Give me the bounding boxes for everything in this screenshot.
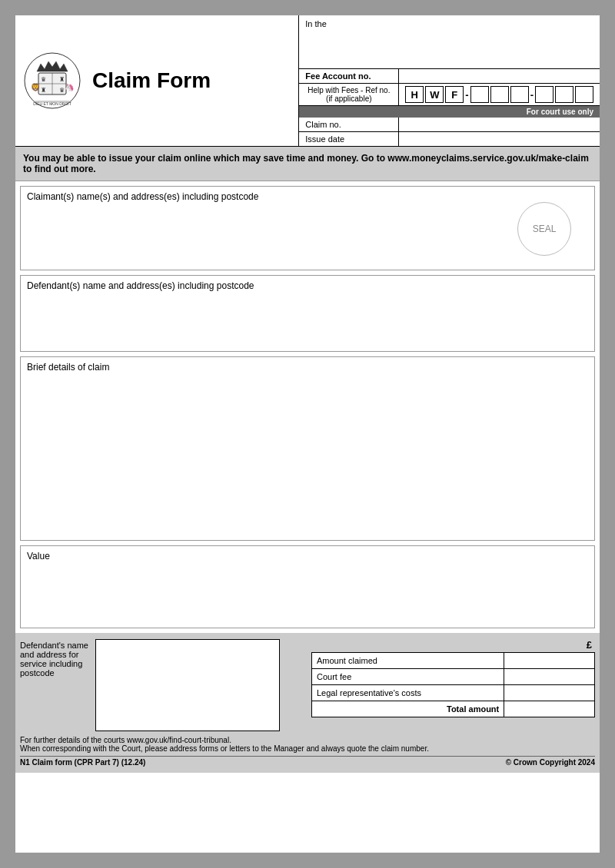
hwf-digit3 xyxy=(510,86,529,103)
legal-rep-row: Legal representative's costs xyxy=(312,685,595,701)
footer-note2: When corresponding with the Court, pleas… xyxy=(20,744,595,753)
brief-details-content[interactable] xyxy=(21,377,594,531)
hwf-w: W xyxy=(425,86,444,103)
copyright: © Crown Copyright 2024 xyxy=(506,758,595,767)
header-right: In the Fee Account no. Help with Fees - … xyxy=(299,15,600,146)
in-the-label: In the xyxy=(305,19,327,28)
hwf-digit1 xyxy=(470,86,489,103)
hwf-input-container: H W F - - xyxy=(405,86,593,103)
defendant-section: Defendant(s) name and address(es) includ… xyxy=(20,275,595,352)
footer-notes: For further details of the courts www.go… xyxy=(20,736,595,753)
amount-claimed-label: Amount claimed xyxy=(312,653,504,669)
value-content[interactable] xyxy=(21,566,594,628)
legal-rep-value[interactable] xyxy=(504,685,595,701)
court-fee-value[interactable] xyxy=(504,669,595,685)
claimant-label: Claimant(s) name(s) and address(es) incl… xyxy=(21,187,594,207)
brief-details-label: Brief details of claim xyxy=(21,357,594,377)
hwf-digit4 xyxy=(535,86,554,103)
issue-date-label: Issue date xyxy=(299,132,399,146)
claim-no-value xyxy=(399,118,600,131)
claim-no-row: Claim no. xyxy=(299,118,600,132)
defendant-label: Defendant(s) name and address(es) includ… xyxy=(21,276,594,296)
hwf-f: F xyxy=(445,86,464,103)
amount-claimed-value[interactable] xyxy=(504,653,595,669)
issue-date-row: Issue date xyxy=(299,132,600,146)
court-fee-row: Court fee xyxy=(312,669,595,685)
claim-no-label: Claim no. xyxy=(299,118,399,131)
brief-details-section: Brief details of claim xyxy=(20,356,595,541)
amounts-block: £ Amount claimed Court fee Legal represe… xyxy=(311,639,595,731)
footer-note1: For further details of the courts www.go… xyxy=(20,736,595,744)
hwf-digit6 xyxy=(575,86,593,103)
hwf-label: Help with Fees - Ref no. (if applicable) xyxy=(299,84,399,105)
hwf-h: H xyxy=(405,86,424,103)
total-label: Total amount xyxy=(312,701,504,717)
form-ref: N1 Claim form (CPR Part 7) (12.24) xyxy=(20,758,145,767)
issue-date-value xyxy=(399,132,600,146)
total-value[interactable] xyxy=(504,701,595,717)
footer-area: Defendant's name and address for service… xyxy=(15,633,600,773)
svg-text:♜: ♜ xyxy=(59,76,65,83)
header-left: ♛ ♜ ♜ ♛ 🦁 🦄 DIEU ET MON DROIT Claim Form xyxy=(15,15,299,146)
legal-rep-label: Legal representative's costs xyxy=(312,685,504,701)
page: ♛ ♜ ♜ ♛ 🦁 🦄 DIEU ET MON DROIT Claim Form… xyxy=(15,15,600,853)
fee-account-row: Fee Account no. xyxy=(299,69,600,84)
amount-claimed-row: Amount claimed xyxy=(312,653,595,669)
fee-account-label: Fee Account no. xyxy=(299,69,399,83)
defendant-content[interactable] xyxy=(21,296,594,350)
for-court-only-bar: For court use only xyxy=(299,106,600,118)
svg-text:♜: ♜ xyxy=(41,87,46,94)
online-notice: You may be able to issue your claim onli… xyxy=(15,147,600,181)
defendant-address-box[interactable] xyxy=(95,639,280,731)
footer-top: Defendant's name and address for service… xyxy=(20,639,595,731)
footer-bottom: N1 Claim form (CPR Part 7) (12.24) © Cro… xyxy=(20,756,595,767)
total-row: Total amount xyxy=(312,701,595,717)
claimant-content[interactable] xyxy=(21,207,594,253)
seal-text: SEAL xyxy=(533,224,557,234)
form-title: Claim Form xyxy=(92,68,211,93)
svg-text:🦄: 🦄 xyxy=(65,82,75,92)
hwf-value: H W F - - xyxy=(399,84,600,105)
header: ♛ ♜ ♜ ♛ 🦁 🦄 DIEU ET MON DROIT Claim Form… xyxy=(15,15,600,147)
pound-header: £ xyxy=(311,639,595,651)
value-section: Value xyxy=(20,545,595,628)
seal: SEAL xyxy=(517,202,571,256)
fee-account-value xyxy=(399,69,600,83)
defendant-service-label: Defendant's name and address for service… xyxy=(20,639,89,678)
svg-text:♛: ♛ xyxy=(41,76,46,83)
claimant-section: Claimant(s) name(s) and address(es) incl… xyxy=(20,186,595,270)
hwf-digit2 xyxy=(490,86,509,103)
svg-text:🦁: 🦁 xyxy=(31,82,41,92)
hwf-digit5 xyxy=(555,86,573,103)
coat-of-arms-icon: ♛ ♜ ♜ ♛ 🦁 🦄 DIEU ET MON DROIT xyxy=(22,50,83,111)
value-label: Value xyxy=(21,546,594,566)
court-fee-label: Court fee xyxy=(312,669,504,685)
defendant-service-block: Defendant's name and address for service… xyxy=(20,639,304,731)
online-notice-text: You may be able to issue your claim onli… xyxy=(23,153,589,174)
amounts-table: Amount claimed Court fee Legal represent… xyxy=(311,652,595,717)
svg-text:♛: ♛ xyxy=(59,87,65,94)
hwf-row: Help with Fees - Ref no. (if applicable)… xyxy=(299,84,600,106)
svg-text:DIEU ET MON DROIT: DIEU ET MON DROIT xyxy=(33,101,71,106)
in-the-box: In the xyxy=(299,15,600,69)
